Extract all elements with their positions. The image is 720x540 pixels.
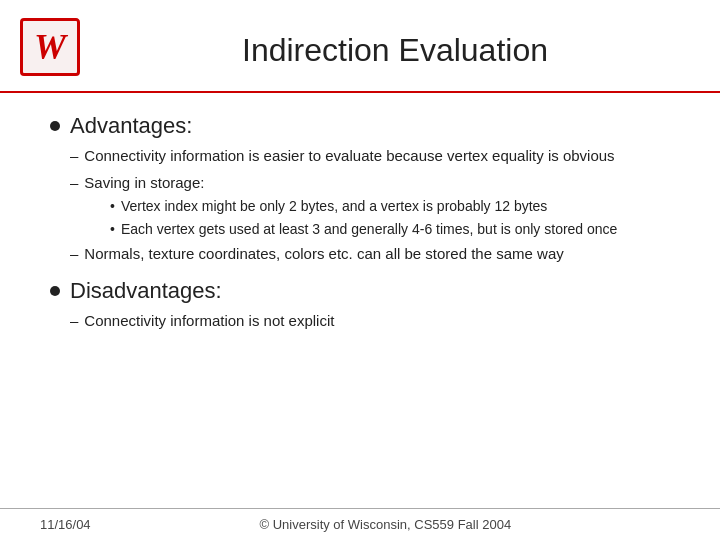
advantage-item-2: – Saving in storage: • Vertex index migh… [70,172,670,239]
sub-bullet-text-1: Vertex index might be only 2 bytes, and … [121,197,547,217]
sub-bullet-text-2: Each vertex gets used at least 3 and gen… [121,220,618,240]
advantage-item-3: – Normals, texture coordinates, colors e… [70,243,670,264]
advantage-item-1: – Connectivity information is easier to … [70,145,670,166]
sub-bullet-2: • Each vertex gets used at least 3 and g… [110,220,670,240]
disadvantages-label: Disadvantages: [70,278,222,304]
advantage-text-2: Saving in storage: [84,172,204,193]
slide-footer: 11/16/04 © University of Wisconsin, CS55… [0,508,720,540]
advantages-label: Advantages: [70,113,192,139]
dash-1: – [70,145,78,166]
dash-2: – [70,172,78,193]
advantage-text-3: Normals, texture coordinates, colors etc… [84,243,563,264]
disadvantage-dash-item-1: – Connectivity information is not explic… [70,310,670,331]
slide-title: Indirection Evaluation [110,32,680,69]
dash-3: – [70,243,78,264]
disadvantages-header: Disadvantages: [50,278,670,304]
sub-bullet-1: • Vertex index might be only 2 bytes, an… [110,197,670,217]
sub-bullet-dot-2: • [110,220,115,240]
disadvantage-item-1: – Connectivity information is not explic… [70,310,670,331]
footer-copyright: © University of Wisconsin, CS559 Fall 20… [91,517,680,532]
dash-4: – [70,310,78,331]
logo-area: W [20,18,90,83]
disadvantage-text-1: Connectivity information is not explicit [84,310,334,331]
advantage-dash-item-3: – Normals, texture coordinates, colors e… [70,243,670,264]
slide-content: Advantages: – Connectivity information i… [0,93,720,508]
advantage-dash-item-1: – Connectivity information is easier to … [70,145,670,166]
slide-header: W Indirection Evaluation [0,0,720,93]
advantage-text-1: Connectivity information is easier to ev… [84,145,614,166]
sub-bullet-dot-1: • [110,197,115,217]
bullet-dot-disadvantages [50,286,60,296]
uw-logo: W [20,18,80,76]
slide: W Indirection Evaluation Advantages: – C… [0,0,720,540]
footer-date: 11/16/04 [40,517,91,532]
advantage-dash-item-2: – Saving in storage: [70,172,670,193]
bullet-dot-advantages [50,121,60,131]
advantages-header: Advantages: [50,113,670,139]
